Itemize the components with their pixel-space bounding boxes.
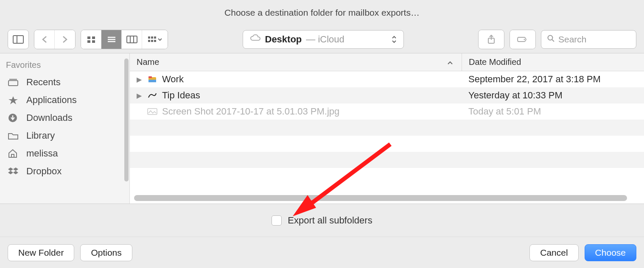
file-row[interactable]: ▶ Tip Ideas Yesterday at 10:33 PM (130, 87, 644, 103)
column-name[interactable]: Name (130, 57, 462, 67)
content-area: Favorites Recents Applications Downloads… (0, 53, 644, 204)
dialog-title: Choose a destination folder for mailbox … (0, 0, 644, 25)
svg-marker-25 (8, 96, 18, 104)
sidebar-item-library[interactable]: Library (0, 127, 129, 145)
svg-rect-4 (87, 40, 90, 43)
file-name: Screen Shot 2017-10-17 at 5.01.03 PM.jpg (162, 106, 339, 117)
sidebar-item-home[interactable]: melissa (0, 145, 129, 162)
svg-rect-9 (127, 36, 137, 43)
sidebar-heading: Favorites (0, 59, 129, 73)
svg-point-20 (524, 39, 525, 40)
sidebar-item-recents[interactable]: Recents (0, 73, 129, 91)
svg-rect-13 (151, 36, 153, 39)
view-gallery-button[interactable] (142, 30, 168, 49)
empty-row (130, 152, 644, 168)
column-date-label: Date Modified (469, 57, 521, 67)
disclosure-triangle-icon[interactable]: ▶ (137, 75, 143, 84)
file-listing: Name Date Modified ▶ Work September 22, … (130, 53, 644, 204)
svg-line-22 (552, 39, 554, 42)
svg-marker-32 (13, 171, 18, 174)
cancel-button[interactable]: Cancel (529, 244, 578, 261)
svg-rect-3 (92, 36, 95, 39)
image-file-icon (147, 107, 158, 116)
search-field[interactable]: Search (541, 30, 636, 49)
horizontal-scrollbar[interactable] (134, 195, 627, 201)
svg-rect-36 (148, 109, 157, 114)
sidebar-item-label: Recents (26, 77, 61, 88)
sidebar-toggle-group (8, 30, 29, 49)
options-strip: Export all subfolders (0, 204, 644, 237)
share-button[interactable] (479, 30, 504, 49)
svg-rect-16 (151, 40, 153, 42)
toggle-sidebar-button[interactable] (8, 30, 28, 49)
tags-group (510, 30, 536, 49)
toolbar: Desktop — iCloud Search (0, 25, 644, 53)
applications-icon (8, 95, 20, 105)
svg-rect-14 (154, 36, 156, 39)
svg-point-21 (548, 35, 553, 40)
view-list-button[interactable] (101, 30, 122, 49)
dropbox-icon (8, 166, 20, 176)
sidebar-item-label: Downloads (26, 112, 73, 123)
dialog-footer: New Folder Options Cancel Choose (0, 237, 644, 268)
file-name: Tip Ideas (162, 90, 200, 101)
sidebar-item-dropbox[interactable]: Dropbox (0, 162, 129, 180)
sidebar-item-applications[interactable]: Applications (0, 91, 129, 109)
recents-icon (8, 77, 20, 87)
svg-rect-2 (87, 36, 90, 39)
empty-row (130, 136, 644, 152)
svg-marker-29 (8, 168, 13, 171)
cloud-icon (250, 34, 261, 44)
disclosure-triangle-icon[interactable]: ▶ (137, 92, 143, 100)
file-row: Screen Shot 2017-10-17 at 5.01.03 PM.jpg… (130, 103, 644, 120)
column-name-label: Name (137, 57, 159, 67)
export-subfolders-checkbox[interactable] (272, 215, 282, 226)
downloads-icon (8, 113, 20, 123)
column-date[interactable]: Date Modified (462, 53, 644, 71)
file-date: Yesterday at 10:33 PM (462, 90, 644, 101)
sidebar-scrollbar[interactable] (124, 59, 129, 181)
choose-button[interactable]: Choose (585, 244, 636, 261)
search-icon (547, 34, 555, 45)
sidebar-item-label: Dropbox (26, 166, 62, 177)
search-placeholder: Search (558, 34, 587, 45)
share-group (478, 30, 504, 49)
export-subfolders-label: Export all subfolders (288, 215, 372, 226)
view-columns-button[interactable] (122, 30, 142, 49)
svg-rect-34 (148, 76, 152, 78)
back-button[interactable] (34, 30, 55, 49)
svg-rect-15 (148, 40, 150, 42)
empty-row (130, 168, 644, 184)
svg-rect-0 (13, 36, 23, 43)
new-folder-button[interactable]: New Folder (8, 244, 74, 261)
svg-rect-28 (11, 154, 14, 157)
svg-marker-30 (13, 168, 18, 171)
location-sub: — iCloud (306, 34, 344, 45)
file-row[interactable]: ▶ Work September 22, 2017 at 3:18 PM (130, 71, 644, 87)
svg-rect-23 (8, 81, 18, 86)
file-date: September 22, 2017 at 3:18 PM (462, 74, 644, 85)
nav-group (34, 30, 76, 49)
forward-button[interactable] (55, 30, 75, 49)
folder-icon (8, 131, 20, 141)
view-icon-button[interactable] (81, 30, 101, 49)
svg-marker-31 (8, 171, 13, 174)
svg-rect-17 (154, 40, 156, 42)
svg-rect-5 (92, 40, 95, 43)
view-mode-group (81, 30, 168, 49)
location-dropdown[interactable]: Desktop — iCloud (243, 30, 404, 49)
sidebar-item-label: melissa (26, 148, 58, 159)
empty-row (130, 120, 644, 136)
tags-button[interactable] (510, 30, 535, 49)
sidebar-item-downloads[interactable]: Downloads (0, 109, 129, 127)
column-headers: Name Date Modified (130, 53, 644, 71)
options-button[interactable]: Options (80, 244, 132, 261)
location-name: Desktop (265, 34, 302, 45)
sidebar: Favorites Recents Applications Downloads… (0, 53, 130, 204)
svg-rect-12 (148, 36, 150, 39)
sidebar-item-label: Applications (26, 95, 77, 106)
file-date: Today at 5:01 PM (462, 106, 644, 117)
home-icon (8, 148, 20, 159)
folder-custom-icon (147, 91, 158, 100)
sidebar-item-label: Library (26, 130, 55, 141)
